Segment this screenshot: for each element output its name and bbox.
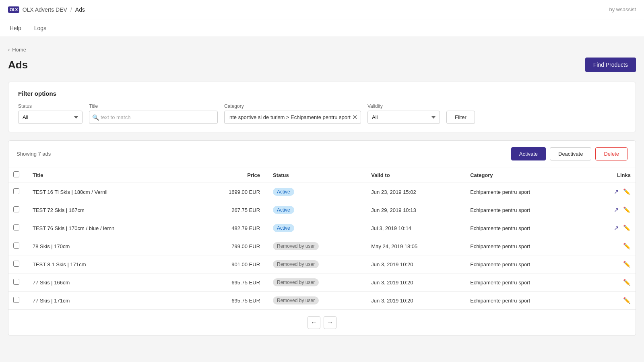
nav-item-help[interactable]: Help	[8, 19, 23, 37]
row-status: Active	[268, 183, 366, 201]
back-icon: ‹	[8, 47, 10, 53]
table-row: 77 Skis | 171cm 695.75 EUR Removed by us…	[8, 292, 636, 310]
row-price: 695.75 EUR	[190, 274, 268, 292]
row-valid-to: May 24, 2019 18:05	[366, 237, 465, 255]
edit-icon[interactable]: ✏️	[623, 297, 631, 304]
validity-label: Validity	[367, 103, 440, 109]
row-checkbox[interactable]	[13, 261, 19, 267]
row-status: Removed by user	[268, 237, 366, 255]
topbar-separator: /	[70, 6, 72, 13]
filter-button-group: Filter	[446, 111, 475, 124]
edit-icon[interactable]: ✏️	[623, 279, 631, 286]
row-valid-to: Jun 23, 2019 15:02	[366, 183, 465, 201]
external-link-icon[interactable]: ↗	[614, 206, 619, 214]
edit-icon[interactable]: ✏️	[623, 224, 631, 232]
breadcrumb[interactable]: ‹ Home	[8, 47, 636, 53]
external-link-icon[interactable]: ↗	[614, 188, 619, 195]
row-status: Removed by user	[268, 274, 366, 292]
row-category: Echipamente pentru sport	[465, 219, 588, 237]
row-title: 77 Skis | 171cm	[28, 292, 190, 310]
row-checkbox[interactable]	[13, 297, 19, 303]
table-row: TEST 16 Ti Skis | 180cm / Vernil 1699.00…	[8, 183, 636, 201]
delete-button[interactable]: Delete	[595, 147, 627, 160]
row-price: 1699.00 EUR	[190, 183, 268, 201]
table-row: 77 Skis | 166cm 695.75 EUR Removed by us…	[8, 274, 636, 292]
status-badge: Active	[273, 206, 294, 214]
row-title: 77 Skis | 166cm	[28, 274, 190, 292]
row-price: 799.00 EUR	[190, 237, 268, 255]
row-title: TEST 72 Skis | 167cm	[28, 201, 190, 219]
external-link-icon[interactable]: ↗	[614, 224, 619, 232]
row-checkbox-cell	[8, 201, 28, 219]
row-checkbox-cell	[8, 237, 28, 255]
row-valid-to: Jul 3, 2019 10:14	[366, 219, 465, 237]
category-label: Category	[224, 103, 361, 109]
select-all-checkbox[interactable]	[13, 171, 19, 177]
edit-icon[interactable]: ✏️	[623, 188, 631, 195]
validity-select[interactable]: All Valid Expired	[367, 111, 440, 124]
table-body: TEST 16 Ti Skis | 180cm / Vernil 1699.00…	[8, 183, 636, 310]
table-card: Showing 7 ads Activate Deactivate Delete…	[8, 140, 636, 336]
activate-button[interactable]: Activate	[511, 147, 546, 160]
row-links: ↗✏️	[588, 183, 636, 201]
find-products-button[interactable]: Find Products	[585, 58, 636, 72]
nav-item-logs[interactable]: Logs	[33, 19, 48, 37]
pagination: ← →	[8, 310, 636, 335]
edit-icon[interactable]: ✏️	[623, 206, 631, 214]
category-input-wrap[interactable]: nte sportive si de turism > Echipamente …	[224, 111, 361, 124]
title-input-wrap: 🔍	[89, 111, 218, 124]
row-status: Removed by user	[268, 255, 366, 274]
row-checkbox-cell	[8, 274, 28, 292]
main-content: ‹ Home Ads Find Products Filter options …	[0, 37, 644, 346]
status-badge: Removed by user	[273, 242, 319, 250]
status-badge: Removed by user	[273, 260, 319, 268]
row-checkbox-cell	[8, 219, 28, 237]
status-select[interactable]: All Active Removed by user Inactive	[18, 111, 83, 124]
page-title: Ads	[8, 59, 28, 71]
col-title: Title	[28, 167, 190, 183]
category-value: nte sportive si de turism > Echipamente …	[228, 111, 352, 123]
row-checkbox[interactable]	[13, 243, 19, 249]
edit-icon[interactable]: ✏️	[623, 243, 631, 250]
col-category: Category	[465, 167, 588, 183]
row-price: 267.75 EUR	[190, 201, 268, 219]
deactivate-button[interactable]: Deactivate	[550, 147, 591, 160]
row-title: TEST 16 Ti Skis | 180cm / Vernil	[28, 183, 190, 201]
row-links: ↗✏️	[588, 201, 636, 219]
row-checkbox[interactable]	[13, 224, 19, 230]
row-checkbox-cell	[8, 255, 28, 274]
row-category: Echipamente pentru sport	[465, 201, 588, 219]
status-badge: Removed by user	[273, 278, 319, 286]
row-price: 901.00 EUR	[190, 255, 268, 274]
filter-button[interactable]: Filter	[446, 111, 475, 124]
row-price: 482.79 EUR	[190, 219, 268, 237]
topbar-app-name: OLX Adverts DEV	[23, 6, 67, 13]
status-label: Status	[18, 103, 83, 109]
row-title: TEST 8.1 Skis | 171cm	[28, 255, 190, 274]
col-price: Price	[190, 167, 268, 183]
row-category: Echipamente pentru sport	[465, 255, 588, 274]
row-checkbox[interactable]	[13, 188, 19, 194]
row-status: Active	[268, 219, 366, 237]
row-links: ✏️	[588, 274, 636, 292]
category-clear-icon[interactable]: ✕	[352, 113, 357, 121]
edit-icon[interactable]: ✏️	[623, 261, 631, 268]
next-page-button[interactable]: →	[324, 316, 336, 329]
row-checkbox-cell	[8, 183, 28, 201]
status-badge: Active	[273, 224, 294, 232]
row-checkbox[interactable]	[13, 279, 19, 285]
row-category: Echipamente pentru sport	[465, 183, 588, 201]
row-price: 695.75 EUR	[190, 292, 268, 310]
row-links: ✏️	[588, 292, 636, 310]
table-header-row: Title Price Status Valid to Category Lin…	[8, 167, 636, 183]
filter-row: Status All Active Removed by user Inacti…	[18, 103, 626, 124]
topbar: OLX OLX Adverts DEV / Ads by wsassist	[0, 0, 644, 19]
title-input[interactable]	[89, 111, 218, 124]
page-header: Ads Find Products	[8, 58, 636, 72]
col-status: Status	[268, 167, 366, 183]
search-icon: 🔍	[92, 114, 99, 121]
row-checkbox[interactable]	[13, 206, 19, 212]
filter-group-title: Title 🔍	[89, 103, 218, 124]
col-valid-to: Valid to	[366, 167, 465, 183]
prev-page-button[interactable]: ←	[308, 316, 320, 329]
